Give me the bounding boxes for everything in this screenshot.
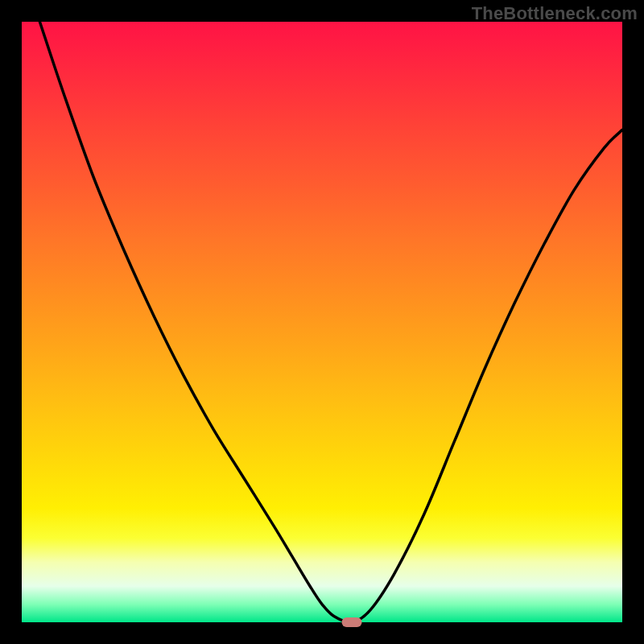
curve-svg: [22, 22, 622, 622]
optimal-marker: [342, 617, 362, 627]
bottleneck-curve: [39, 22, 622, 622]
plot-area: [22, 22, 622, 622]
chart-frame: TheBottleneck.com: [0, 0, 644, 644]
